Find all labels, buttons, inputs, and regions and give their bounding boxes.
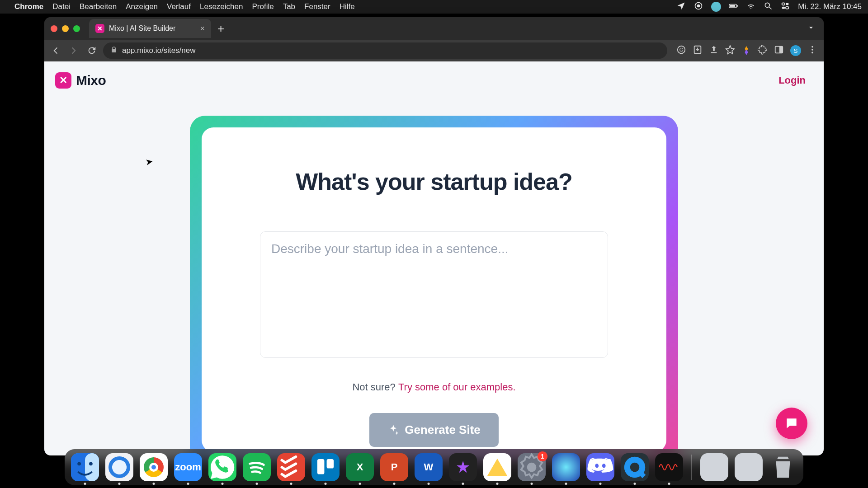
menu-item-lesezeichen[interactable]: Lesezeichen	[200, 2, 243, 11]
extension-color-icon[interactable]	[741, 46, 751, 56]
location-icon[interactable]	[677, 1, 686, 13]
running-indicator-icon	[222, 483, 224, 485]
dock-app-todoist[interactable]	[277, 453, 305, 481]
dock-app-discord[interactable]	[586, 453, 614, 481]
running-indicator-icon	[290, 483, 292, 485]
dock-app-powerpoint[interactable]: P	[380, 453, 408, 481]
running-indicator-icon	[359, 483, 361, 485]
menu-item-bearbeiten[interactable]: Bearbeiten	[80, 2, 117, 11]
svg-point-27	[527, 463, 537, 472]
status-indicator-icon[interactable]	[711, 2, 721, 12]
dock-app-spotify[interactable]	[243, 453, 271, 481]
back-button[interactable]	[49, 44, 62, 57]
dock-app-voicememos[interactable]	[655, 453, 683, 481]
browser-tab[interactable]: ✕ Mixo | AI Site Builder ×	[89, 19, 211, 38]
running-indicator-icon	[531, 483, 533, 485]
running-indicator-icon	[153, 483, 155, 485]
svg-rect-4	[737, 5, 738, 7]
running-indicator-icon	[325, 483, 327, 485]
generate-site-label: Generate Site	[405, 423, 481, 437]
generate-site-button[interactable]: Generate Site	[369, 413, 499, 447]
dock-app-trello[interactable]	[311, 453, 340, 481]
battery-icon[interactable]	[729, 1, 738, 13]
reload-button[interactable]	[85, 44, 99, 57]
running-indicator-icon	[393, 483, 396, 485]
menu-item-tab[interactable]: Tab	[283, 2, 295, 11]
idea-textarea[interactable]	[260, 231, 608, 358]
svg-point-1	[697, 4, 700, 7]
menubar-clock[interactable]: Mi. 22. März 10:45	[798, 2, 862, 11]
maximize-window-button[interactable]	[73, 25, 80, 32]
svg-point-22	[89, 462, 93, 465]
dock-app-word[interactable]: W	[415, 453, 443, 481]
dock-app-app-generic-1[interactable]	[700, 453, 728, 481]
chrome-menu-icon[interactable]	[807, 45, 817, 56]
examples-link[interactable]: Try some of our examples.	[398, 381, 516, 393]
svg-rect-9	[782, 6, 785, 9]
menu-item-anzeigen[interactable]: Anzeigen	[126, 2, 158, 11]
dock-app-quicktime[interactable]	[621, 453, 649, 481]
share-icon[interactable]	[709, 45, 719, 56]
menu-item-verlauf[interactable]: Verlauf	[167, 2, 191, 11]
dock-app-zoom[interactable]: zoom	[174, 453, 202, 481]
mouse-cursor-icon: ➤	[145, 156, 154, 168]
minimize-window-button[interactable]	[62, 25, 69, 32]
sidepanel-icon[interactable]	[774, 45, 784, 56]
chat-fab[interactable]	[776, 408, 807, 439]
window-controls	[51, 25, 80, 32]
dock-app-whatsapp[interactable]	[208, 453, 236, 481]
dock: zoomXPW★1	[65, 449, 803, 485]
wifi-icon[interactable]	[746, 1, 755, 13]
tab-title: Mixo | AI Site Builder	[109, 24, 175, 33]
sparkle-icon	[387, 424, 399, 436]
dock-app-safari[interactable]	[105, 453, 133, 481]
dock-app-trash[interactable]	[769, 453, 797, 481]
hero-card: What's your startup idea? Not sure? Try …	[202, 127, 666, 452]
svg-rect-15	[779, 47, 783, 53]
tabs-overflow-button[interactable]	[807, 23, 816, 34]
hint-prefix: Not sure?	[352, 381, 398, 393]
mixo-wordmark: Mixo	[76, 73, 106, 88]
record-icon[interactable]	[694, 1, 703, 13]
running-indicator-icon	[462, 483, 464, 485]
login-link[interactable]: Login	[778, 75, 806, 86]
new-tab-button[interactable]: +	[217, 22, 224, 36]
menu-item-hilfe[interactable]: Hilfe	[340, 2, 355, 11]
forward-button[interactable]	[67, 44, 80, 57]
bookmark-icon[interactable]	[725, 45, 735, 56]
install-app-icon[interactable]	[693, 45, 703, 56]
svg-point-17	[811, 49, 813, 51]
chat-icon	[784, 416, 799, 431]
lock-icon	[110, 46, 118, 56]
tab-close-button[interactable]: ×	[200, 24, 205, 33]
mixo-logo[interactable]: ✕ Mixo	[55, 72, 106, 89]
control-center-icon[interactable]	[781, 1, 790, 13]
dock-app-finder[interactable]	[71, 453, 99, 481]
dock-app-gdrive[interactable]	[483, 453, 511, 481]
menu-item-profile[interactable]: Profile	[252, 2, 274, 11]
active-app-name[interactable]: Chrome	[14, 2, 43, 11]
extensions-icon[interactable]	[758, 45, 768, 56]
svg-line-6	[769, 7, 772, 9]
menu-item-datei[interactable]: Datei	[52, 2, 71, 11]
google-service-icon[interactable]: G	[676, 45, 686, 56]
svg-text:G: G	[679, 47, 684, 52]
profile-avatar[interactable]: S	[790, 45, 801, 56]
page-content: ✕ Mixo Login What's your startup idea? N…	[44, 61, 824, 455]
menu-item-fenster[interactable]: Fenster	[304, 2, 330, 11]
dock-app-excel[interactable]: X	[346, 453, 374, 481]
dock-app-chrome[interactable]	[140, 453, 168, 481]
running-indicator-icon	[118, 483, 121, 485]
close-window-button[interactable]	[51, 25, 57, 32]
dock-app-app-teal[interactable]	[552, 453, 580, 481]
examples-hint: Not sure? Try some of our examples.	[256, 381, 612, 393]
svg-rect-25	[317, 459, 325, 474]
spotlight-icon[interactable]	[764, 1, 773, 13]
running-indicator-icon	[634, 483, 636, 485]
dock-app-imovie[interactable]: ★	[449, 453, 477, 481]
dock-separator	[691, 455, 692, 480]
dock-app-app-generic-2[interactable]	[735, 453, 763, 481]
svg-rect-20	[85, 453, 99, 481]
address-bar[interactable]: app.mixo.io/sites/new	[103, 42, 667, 59]
dock-app-settings[interactable]: 1	[518, 453, 546, 481]
